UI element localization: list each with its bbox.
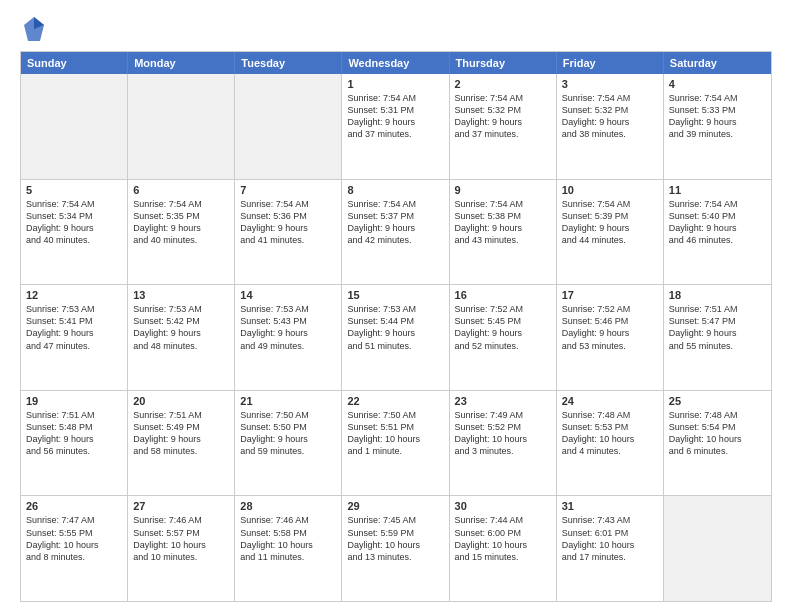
weekday-header-friday: Friday [557, 52, 664, 74]
weekday-header-sunday: Sunday [21, 52, 128, 74]
day-info: Sunrise: 7:44 AMSunset: 6:00 PMDaylight:… [455, 514, 551, 563]
calendar-empty [21, 74, 128, 179]
day-info: Sunrise: 7:54 AMSunset: 5:34 PMDaylight:… [26, 198, 122, 247]
day-number: 18 [669, 289, 766, 301]
day-number: 3 [562, 78, 658, 90]
calendar-day-28: 28Sunrise: 7:46 AMSunset: 5:58 PMDayligh… [235, 496, 342, 601]
calendar-day-1: 1Sunrise: 7:54 AMSunset: 5:31 PMDaylight… [342, 74, 449, 179]
day-info: Sunrise: 7:54 AMSunset: 5:38 PMDaylight:… [455, 198, 551, 247]
calendar: SundayMondayTuesdayWednesdayThursdayFrid… [20, 51, 772, 602]
calendar-week-2: 5Sunrise: 7:54 AMSunset: 5:34 PMDaylight… [21, 179, 771, 285]
day-number: 1 [347, 78, 443, 90]
header [20, 15, 772, 43]
calendar-day-29: 29Sunrise: 7:45 AMSunset: 5:59 PMDayligh… [342, 496, 449, 601]
calendar-day-22: 22Sunrise: 7:50 AMSunset: 5:51 PMDayligh… [342, 391, 449, 496]
day-info: Sunrise: 7:54 AMSunset: 5:35 PMDaylight:… [133, 198, 229, 247]
day-number: 20 [133, 395, 229, 407]
calendar-day-2: 2Sunrise: 7:54 AMSunset: 5:32 PMDaylight… [450, 74, 557, 179]
day-info: Sunrise: 7:54 AMSunset: 5:33 PMDaylight:… [669, 92, 766, 141]
day-number: 5 [26, 184, 122, 196]
calendar-empty [128, 74, 235, 179]
day-number: 8 [347, 184, 443, 196]
calendar-day-25: 25Sunrise: 7:48 AMSunset: 5:54 PMDayligh… [664, 391, 771, 496]
day-number: 29 [347, 500, 443, 512]
day-info: Sunrise: 7:49 AMSunset: 5:52 PMDaylight:… [455, 409, 551, 458]
day-info: Sunrise: 7:46 AMSunset: 5:58 PMDaylight:… [240, 514, 336, 563]
calendar-day-10: 10Sunrise: 7:54 AMSunset: 5:39 PMDayligh… [557, 180, 664, 285]
calendar-day-9: 9Sunrise: 7:54 AMSunset: 5:38 PMDaylight… [450, 180, 557, 285]
day-info: Sunrise: 7:47 AMSunset: 5:55 PMDaylight:… [26, 514, 122, 563]
day-info: Sunrise: 7:50 AMSunset: 5:51 PMDaylight:… [347, 409, 443, 458]
calendar-day-15: 15Sunrise: 7:53 AMSunset: 5:44 PMDayligh… [342, 285, 449, 390]
calendar-day-14: 14Sunrise: 7:53 AMSunset: 5:43 PMDayligh… [235, 285, 342, 390]
day-number: 17 [562, 289, 658, 301]
calendar-week-3: 12Sunrise: 7:53 AMSunset: 5:41 PMDayligh… [21, 284, 771, 390]
day-info: Sunrise: 7:53 AMSunset: 5:44 PMDaylight:… [347, 303, 443, 352]
day-number: 7 [240, 184, 336, 196]
day-info: Sunrise: 7:53 AMSunset: 5:43 PMDaylight:… [240, 303, 336, 352]
day-number: 30 [455, 500, 551, 512]
day-info: Sunrise: 7:53 AMSunset: 5:42 PMDaylight:… [133, 303, 229, 352]
calendar-day-18: 18Sunrise: 7:51 AMSunset: 5:47 PMDayligh… [664, 285, 771, 390]
day-number: 16 [455, 289, 551, 301]
calendar-day-27: 27Sunrise: 7:46 AMSunset: 5:57 PMDayligh… [128, 496, 235, 601]
day-info: Sunrise: 7:51 AMSunset: 5:47 PMDaylight:… [669, 303, 766, 352]
day-info: Sunrise: 7:52 AMSunset: 5:45 PMDaylight:… [455, 303, 551, 352]
day-number: 2 [455, 78, 551, 90]
day-number: 12 [26, 289, 122, 301]
day-number: 26 [26, 500, 122, 512]
day-number: 31 [562, 500, 658, 512]
calendar-empty [235, 74, 342, 179]
day-info: Sunrise: 7:46 AMSunset: 5:57 PMDaylight:… [133, 514, 229, 563]
day-info: Sunrise: 7:50 AMSunset: 5:50 PMDaylight:… [240, 409, 336, 458]
weekday-header-tuesday: Tuesday [235, 52, 342, 74]
calendar-day-26: 26Sunrise: 7:47 AMSunset: 5:55 PMDayligh… [21, 496, 128, 601]
day-number: 22 [347, 395, 443, 407]
day-number: 6 [133, 184, 229, 196]
calendar-day-8: 8Sunrise: 7:54 AMSunset: 5:37 PMDaylight… [342, 180, 449, 285]
weekday-header-thursday: Thursday [450, 52, 557, 74]
calendar-day-6: 6Sunrise: 7:54 AMSunset: 5:35 PMDaylight… [128, 180, 235, 285]
calendar-day-13: 13Sunrise: 7:53 AMSunset: 5:42 PMDayligh… [128, 285, 235, 390]
day-number: 28 [240, 500, 336, 512]
calendar-week-5: 26Sunrise: 7:47 AMSunset: 5:55 PMDayligh… [21, 495, 771, 601]
weekday-header-wednesday: Wednesday [342, 52, 449, 74]
day-info: Sunrise: 7:48 AMSunset: 5:54 PMDaylight:… [669, 409, 766, 458]
day-number: 15 [347, 289, 443, 301]
calendar-day-24: 24Sunrise: 7:48 AMSunset: 5:53 PMDayligh… [557, 391, 664, 496]
day-info: Sunrise: 7:54 AMSunset: 5:39 PMDaylight:… [562, 198, 658, 247]
calendar-day-16: 16Sunrise: 7:52 AMSunset: 5:45 PMDayligh… [450, 285, 557, 390]
calendar-week-1: 1Sunrise: 7:54 AMSunset: 5:31 PMDaylight… [21, 74, 771, 179]
calendar-empty [664, 496, 771, 601]
page: SundayMondayTuesdayWednesdayThursdayFrid… [0, 0, 792, 612]
day-info: Sunrise: 7:48 AMSunset: 5:53 PMDaylight:… [562, 409, 658, 458]
calendar-day-20: 20Sunrise: 7:51 AMSunset: 5:49 PMDayligh… [128, 391, 235, 496]
day-number: 13 [133, 289, 229, 301]
day-info: Sunrise: 7:54 AMSunset: 5:37 PMDaylight:… [347, 198, 443, 247]
logo [20, 15, 46, 43]
day-number: 24 [562, 395, 658, 407]
day-number: 9 [455, 184, 551, 196]
calendar-day-31: 31Sunrise: 7:43 AMSunset: 6:01 PMDayligh… [557, 496, 664, 601]
day-info: Sunrise: 7:51 AMSunset: 5:49 PMDaylight:… [133, 409, 229, 458]
calendar-body: 1Sunrise: 7:54 AMSunset: 5:31 PMDaylight… [21, 74, 771, 601]
calendar-day-12: 12Sunrise: 7:53 AMSunset: 5:41 PMDayligh… [21, 285, 128, 390]
day-info: Sunrise: 7:54 AMSunset: 5:31 PMDaylight:… [347, 92, 443, 141]
day-number: 25 [669, 395, 766, 407]
day-number: 19 [26, 395, 122, 407]
weekday-header-monday: Monday [128, 52, 235, 74]
calendar-day-21: 21Sunrise: 7:50 AMSunset: 5:50 PMDayligh… [235, 391, 342, 496]
calendar-day-17: 17Sunrise: 7:52 AMSunset: 5:46 PMDayligh… [557, 285, 664, 390]
logo-icon [22, 15, 46, 43]
day-info: Sunrise: 7:51 AMSunset: 5:48 PMDaylight:… [26, 409, 122, 458]
day-info: Sunrise: 7:53 AMSunset: 5:41 PMDaylight:… [26, 303, 122, 352]
day-info: Sunrise: 7:52 AMSunset: 5:46 PMDaylight:… [562, 303, 658, 352]
calendar-day-3: 3Sunrise: 7:54 AMSunset: 5:32 PMDaylight… [557, 74, 664, 179]
day-info: Sunrise: 7:43 AMSunset: 6:01 PMDaylight:… [562, 514, 658, 563]
calendar-header: SundayMondayTuesdayWednesdayThursdayFrid… [21, 52, 771, 74]
calendar-day-7: 7Sunrise: 7:54 AMSunset: 5:36 PMDaylight… [235, 180, 342, 285]
calendar-day-5: 5Sunrise: 7:54 AMSunset: 5:34 PMDaylight… [21, 180, 128, 285]
day-info: Sunrise: 7:54 AMSunset: 5:36 PMDaylight:… [240, 198, 336, 247]
day-number: 23 [455, 395, 551, 407]
weekday-header-saturday: Saturday [664, 52, 771, 74]
